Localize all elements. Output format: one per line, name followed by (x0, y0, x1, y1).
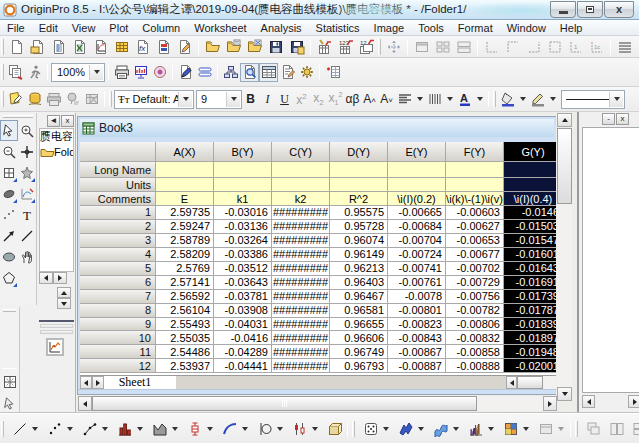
column-header-A(X)[interactable]: A(X) (156, 142, 214, 162)
row-number-12[interactable]: 12 (80, 359, 156, 373)
new-graph-button[interactable] (91, 37, 110, 56)
tool-line-tool-button[interactable] (18, 225, 36, 246)
cell-r9-D(Y)[interactable]: 0.96655 (330, 318, 388, 332)
tool-dots-button[interactable] (0, 204, 18, 225)
g-ribbon-button[interactable] (396, 419, 415, 438)
rpanel-dock-button[interactable]: - (602, 113, 615, 125)
g-polar-button[interactable] (255, 419, 274, 438)
g-dice-button[interactable] (361, 419, 380, 438)
cell-r7-A(X)[interactable]: 2.56592 (156, 290, 214, 304)
org-chart-button[interactable] (221, 63, 240, 82)
font-size-dropdown-icon[interactable] (226, 92, 240, 107)
font-size-combo[interactable]: 9 (196, 90, 242, 109)
cell-r11-G(Y)[interactable]: -0.01948 (504, 345, 556, 359)
g-stock-dropdown-icon[interactable] (309, 419, 321, 438)
g-bars3d-button[interactable] (466, 419, 485, 438)
menu-window[interactable]: Window (500, 21, 553, 35)
row-label-comments[interactable]: Comments (80, 192, 156, 206)
new-notes-button[interactable] (175, 37, 194, 56)
cell-r1-C(Y)[interactable]: ######### (272, 206, 330, 220)
g-surface-dropdown-icon[interactable] (450, 419, 462, 438)
cell-r7-B(Y)[interactable]: -0.03781 (214, 290, 272, 304)
new-project-button[interactable] (7, 37, 26, 56)
row-label-units[interactable]: Units (80, 178, 156, 192)
run-man-button[interactable] (25, 63, 44, 82)
cell-r7-G(Y)[interactable]: -0.01739 (504, 290, 556, 304)
zoom-dropdown-icon[interactable] (89, 65, 103, 80)
cell-r1-B(Y)[interactable]: -0.03016 (214, 206, 272, 220)
mdi-scroll-down-icon[interactable] (557, 387, 572, 401)
menu-image[interactable]: Image (367, 21, 412, 35)
mdi-scroll-up-icon[interactable] (557, 113, 572, 127)
underline-button[interactable]: U (276, 92, 293, 107)
cell-r3-A(X)[interactable]: 2.58789 (156, 234, 214, 248)
cell-long-name-G(Y)[interactable] (504, 162, 556, 178)
print-button[interactable] (112, 63, 131, 82)
column-header-G(Y)[interactable]: G(Y) (504, 142, 556, 162)
fill-color-button[interactable] (498, 90, 517, 109)
tab-scroll-left-icon[interactable] (80, 376, 92, 389)
cell-r10-G(Y)[interactable]: -0.01897 (504, 331, 556, 345)
column-header-C(Y)[interactable]: C(Y) (272, 142, 330, 162)
align-left-dropdown-icon[interactable] (414, 90, 425, 109)
g-graywin-dropdown-icon[interactable] (555, 419, 567, 438)
g-line-symbol-button[interactable] (80, 419, 99, 438)
cell-r10-A(X)[interactable]: 2.55035 (156, 331, 214, 345)
win-gray-2x2-button[interactable] (454, 37, 473, 56)
cell-comments-D(Y)[interactable]: R^2 (330, 192, 388, 206)
cell-r1-D(Y)[interactable]: 0.95575 (330, 206, 388, 220)
g-line-dropdown-icon[interactable] (29, 419, 41, 438)
save-project-button[interactable] (266, 37, 285, 56)
g-area-button[interactable] (150, 419, 169, 438)
fill-color-dropdown-icon[interactable] (517, 90, 528, 109)
menu-file[interactable]: File (0, 21, 32, 35)
layer-gray-tl-button[interactable] (503, 37, 522, 56)
subscript-button[interactable]: x2 (310, 91, 327, 107)
cell-r6-E(Y)[interactable]: -0.00761 (388, 276, 446, 290)
cell-long-name-D(Y)[interactable] (330, 162, 388, 178)
cell-r2-C(Y)[interactable]: ######### (272, 220, 330, 234)
cell-r11-B(Y)[interactable]: -0.04289 (214, 345, 272, 359)
cell-r11-C(Y)[interactable]: ######### (272, 345, 330, 359)
cell-r8-F(Y)[interactable]: -0.00782 (446, 304, 504, 318)
cell-r8-A(X)[interactable]: 2.56104 (156, 304, 214, 318)
cell-r12-F(Y)[interactable]: -0.00888 (446, 359, 504, 373)
rescale-gray-button[interactable] (384, 37, 403, 56)
layer-gray-1c-button[interactable]: 1c (587, 37, 606, 56)
g-column-dropdown-icon[interactable] (134, 419, 146, 438)
view-script-button[interactable] (278, 63, 297, 82)
new-excel-button[interactable] (70, 37, 89, 56)
edit-note-button[interactable] (6, 90, 25, 109)
gear-button[interactable] (297, 63, 316, 82)
cell-r1-F(Y)[interactable]: -0.00603 (446, 206, 504, 220)
open-button[interactable] (203, 37, 222, 56)
book3-title-bar[interactable]: Book3 (80, 119, 554, 137)
row-number-5[interactable]: 5 (80, 262, 156, 276)
cell-r11-E(Y)[interactable]: -0.00867 (388, 345, 446, 359)
arr-tile-gray-button[interactable] (607, 419, 626, 438)
sheet-tab[interactable]: Sheet1 (104, 376, 176, 389)
line-color-dropdown-icon[interactable] (547, 90, 558, 109)
cell-r10-E(Y)[interactable]: -0.00843 (388, 331, 446, 345)
cell-units-D(Y)[interactable] (330, 178, 388, 192)
cell-r4-F(Y)[interactable]: -0.00677 (446, 248, 504, 262)
cell-r4-B(Y)[interactable]: -0.03386 (214, 248, 272, 262)
new-folder-button[interactable] (28, 37, 47, 56)
cell-r1-A(X)[interactable]: 2.59735 (156, 206, 214, 220)
cell-r2-E(Y)[interactable]: -0.00684 (388, 220, 446, 234)
row-number-9[interactable]: 9 (80, 318, 156, 332)
layer-gray-br-button[interactable] (524, 37, 543, 56)
open-matrix-button[interactable] (245, 37, 264, 56)
menu-format[interactable]: Format (451, 21, 500, 35)
tool-ellipse-button[interactable] (0, 246, 18, 267)
bold-button[interactable]: B (242, 92, 259, 106)
ws-hscroll-thumb[interactable] (517, 376, 543, 389)
pe-scroll-right-icon[interactable] (53, 272, 67, 284)
cell-long-name-C(Y)[interactable] (272, 162, 330, 178)
mdi-vertical-scrollbar[interactable] (557, 113, 572, 401)
cell-r2-A(X)[interactable]: 2.59247 (156, 220, 214, 234)
cell-long-name-E(Y)[interactable] (388, 162, 446, 178)
tool-screen-reader-button[interactable] (18, 141, 36, 162)
cell-r5-F(Y)[interactable]: -0.00702 (446, 262, 504, 276)
cell-r12-E(Y)[interactable]: -0.00887 (388, 359, 446, 373)
